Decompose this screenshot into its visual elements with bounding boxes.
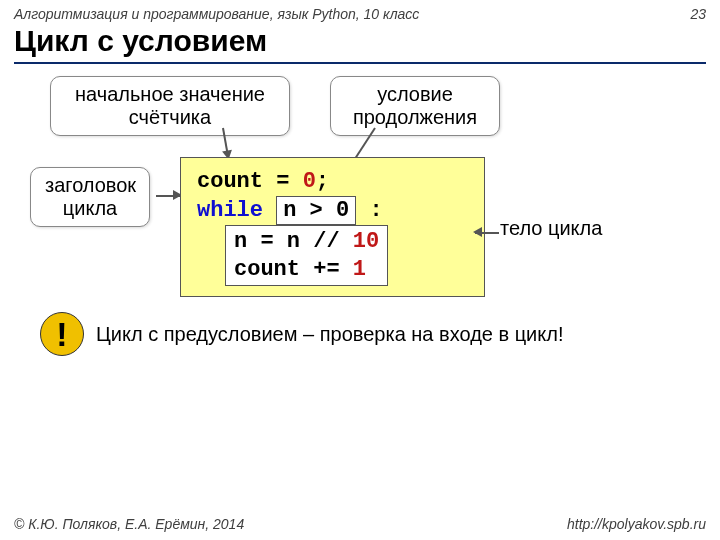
- slide-title: Цикл с условием: [0, 22, 720, 62]
- kw-while: while: [197, 198, 263, 223]
- num-1: 1: [353, 257, 366, 282]
- loop-body-box: n = n // 10 count += 1: [225, 225, 388, 286]
- note-text: Цикл с предусловием – проверка на входе …: [96, 323, 564, 346]
- footer-url: http://kpolyakov.spb.ru: [567, 516, 706, 532]
- op-assign: =: [263, 169, 303, 194]
- slide-footer: © К.Ю. Поляков, Е.А. Ерёмин, 2014 http:/…: [0, 516, 720, 532]
- num-10: 10: [353, 229, 379, 254]
- colon: :: [369, 198, 382, 223]
- slide-header: Алгоритмизация и программирование, язык …: [0, 0, 720, 22]
- body-line-2: count += 1: [234, 256, 379, 284]
- warning-icon: !: [40, 312, 84, 356]
- code-line-1: count = 0;: [197, 168, 474, 196]
- page-number: 23: [690, 6, 706, 22]
- cond-box: n > 0: [276, 196, 356, 226]
- title-rule: [14, 62, 706, 64]
- arrow-body: [475, 227, 499, 237]
- code-line-2: while n > 0 :: [197, 196, 474, 226]
- num-0: 0: [303, 169, 316, 194]
- note-row: ! Цикл с предусловием – проверка на вход…: [40, 312, 564, 356]
- label-body: тело цикла: [500, 217, 602, 240]
- course-name: Алгоритмизация и программирование, язык …: [14, 6, 419, 22]
- ident-count: count: [197, 169, 263, 194]
- arrow-head: [156, 190, 180, 200]
- slide-content: начальное значениесчётчика условиепродол…: [0, 82, 720, 422]
- bubble-head: заголовокцикла: [30, 167, 150, 227]
- body-line-1: n = n // 10: [234, 228, 379, 256]
- semicolon: ;: [316, 169, 329, 194]
- code-block: count = 0; while n > 0 : n = n // 10 cou…: [180, 157, 485, 297]
- copyright: © К.Ю. Поляков, Е.А. Ерёмин, 2014: [14, 516, 244, 532]
- bubble-cond: условиепродолжения: [330, 76, 500, 136]
- bubble-init: начальное значениесчётчика: [50, 76, 290, 136]
